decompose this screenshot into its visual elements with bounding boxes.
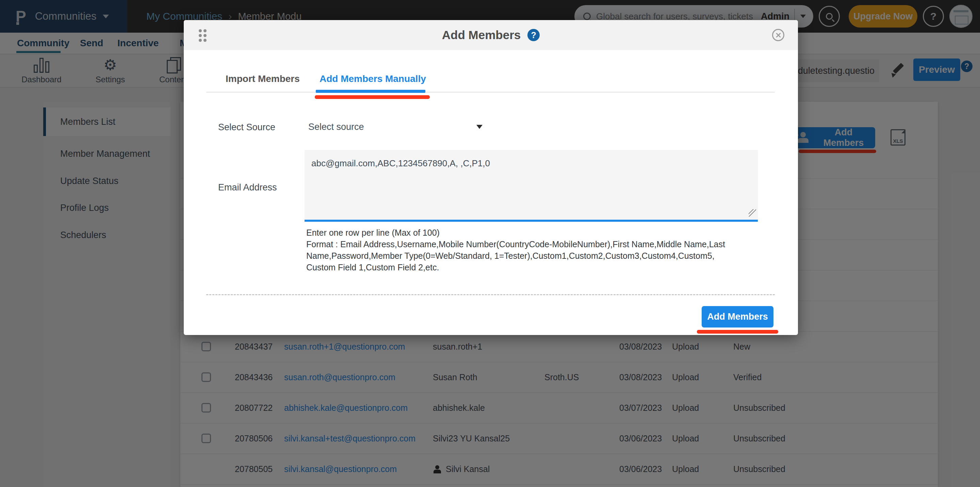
modal-title: Add Members bbox=[442, 28, 520, 42]
email-address-textarea[interactable]: abc@gmail.com,ABC,1234567890,A, ,C,P1,0 bbox=[305, 150, 758, 222]
modal-header: Add Members ? bbox=[184, 20, 798, 50]
select-source-label: Select Source bbox=[218, 122, 275, 133]
email-address-label: Email Address bbox=[218, 182, 277, 193]
tab-add-members-manually[interactable]: Add Members Manually bbox=[320, 69, 426, 89]
modal-help-icon[interactable]: ? bbox=[527, 29, 540, 41]
select-source-dropdown[interactable]: Select source bbox=[308, 119, 482, 134]
add-members-submit-button[interactable]: Add Members bbox=[702, 306, 773, 327]
add-members-modal: Add Members ? Import Members Add Members… bbox=[184, 20, 798, 335]
format-hint: Enter one row per line (Max of 100) Form… bbox=[306, 227, 736, 273]
tab-divider bbox=[206, 92, 775, 92]
tab-import-members[interactable]: Import Members bbox=[226, 69, 300, 89]
annotation-underline bbox=[315, 95, 430, 99]
close-icon[interactable] bbox=[772, 29, 784, 41]
chevron-down-icon bbox=[476, 125, 482, 129]
footer-divider bbox=[206, 294, 775, 295]
active-tab-indicator bbox=[316, 90, 425, 93]
resize-handle-icon[interactable] bbox=[749, 209, 756, 217]
app-window: P Communities My Communities › Member Mo… bbox=[0, 0, 980, 487]
annotation-underline bbox=[697, 330, 778, 334]
